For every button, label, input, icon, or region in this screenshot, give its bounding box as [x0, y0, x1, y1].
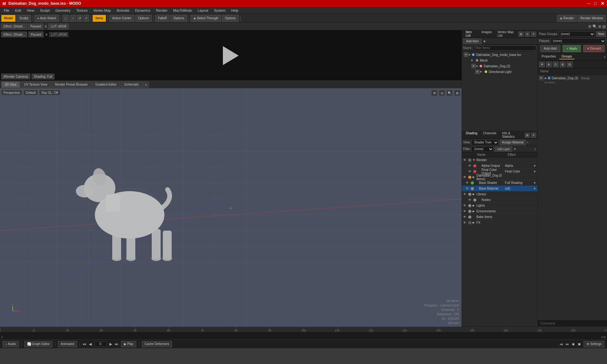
grid-icon[interactable]: ⊞: [454, 90, 460, 96]
frame-input[interactable]: [94, 341, 107, 347]
eye-render[interactable]: 👁: [463, 158, 468, 162]
menu-texture[interactable]: Texture: [74, 8, 90, 13]
apply-button[interactable]: ✓ Apply: [563, 45, 581, 52]
groups-add-btn[interactable]: +: [604, 55, 606, 59]
toolbar2-icon-3[interactable]: ⊞: [598, 24, 601, 29]
tab-groups[interactable]: Groups: [559, 54, 575, 59]
expand-icon-light[interactable]: ▶: [480, 70, 482, 73]
play-button[interactable]: ▶ Play: [121, 341, 136, 347]
paused-button[interactable]: Paused: [28, 24, 43, 29]
tab-3dview[interactable]: 3D View: [1, 82, 20, 88]
tab-vertex-map[interactable]: Vertex Map List: [495, 30, 518, 39]
select-through-button[interactable]: ◉ Select Through: [191, 15, 221, 22]
shader-row-base-material[interactable]: 👁 Base Material (all) ▼: [462, 186, 537, 191]
shader-row-environments[interactable]: 👁 ▶ Environments: [462, 209, 537, 214]
toolbar2-icon-2[interactable]: 🔍: [592, 24, 597, 29]
eye-lights[interactable]: 👁: [463, 204, 468, 207]
groups-icon-2[interactable]: ⊕: [546, 62, 552, 67]
menu-sculpt[interactable]: Sculpt: [37, 8, 52, 13]
render-camera-btn[interactable]: (Render Camera): [1, 74, 30, 79]
tab-shading[interactable]: Shading: [463, 131, 480, 140]
eye-icon-1[interactable]: 👁: [464, 52, 468, 57]
shader-row-render[interactable]: 👁 ▼ Render: [462, 157, 537, 163]
new-pass-button[interactable]: New: [596, 31, 606, 37]
search-icon[interactable]: 🔍: [446, 90, 453, 96]
animated-button[interactable]: Animated: [58, 341, 77, 347]
sculpt-button[interactable]: Sculpt: [16, 15, 31, 22]
next-frame-btn[interactable]: ▶: [109, 342, 112, 346]
eye-dog[interactable]: 👁: [463, 175, 468, 179]
add-item-button[interactable]: Add Item: [463, 39, 481, 44]
expand-icon-mesh[interactable]: ▶: [471, 59, 473, 62]
expand-library[interactable]: ▶: [473, 193, 476, 196]
add-item-dropdown[interactable]: ▼: [483, 39, 486, 43]
model-button[interactable]: Model: [1, 15, 15, 22]
menu-help[interactable]: Help: [229, 8, 241, 13]
expand-env[interactable]: ▶: [473, 210, 476, 213]
shader-row-nodes[interactable]: 👁 Nodes: [462, 197, 537, 203]
shader-row-bake[interactable]: 👁 Bake Items: [462, 214, 537, 220]
expand-fx[interactable]: ▶: [473, 221, 476, 224]
render-window-button[interactable]: Render Window: [578, 15, 606, 22]
settings-button[interactable]: ⚙ Settings: [584, 341, 604, 347]
transform-btn-3[interactable]: ↺: [77, 15, 83, 22]
eye-base-shader[interactable]: 👁: [466, 181, 470, 185]
effect-ctrl[interactable]: Effect: (Shadi...: [1, 32, 27, 37]
shader-row-fx[interactable]: 👁 ▶ FX: [462, 220, 537, 226]
transform-btn-4[interactable]: ⤢: [83, 15, 89, 22]
minimize-button[interactable]: ─: [587, 1, 591, 6]
tree-row-dog-group[interactable]: 👁 ▶ Dalmatian_Dog (2): [470, 63, 537, 69]
filter-items-input[interactable]: [473, 46, 536, 51]
options-btn-2[interactable]: Options: [170, 15, 187, 22]
passes-select[interactable]: (none): [551, 38, 606, 44]
shader-tree-select[interactable]: Shader Tree: [471, 140, 499, 145]
timeline-bar[interactable]: 0 228: [0, 332, 607, 339]
options-btn-3[interactable]: Options: [222, 15, 238, 22]
group-expand[interactable]: ▶: [545, 77, 547, 80]
record-icon-2[interactable]: ⏭: [566, 342, 569, 346]
tab-schematic[interactable]: Schematic: [121, 82, 143, 88]
eye-library[interactable]: 👁: [463, 192, 468, 196]
menu-vertex-map[interactable]: Vertex Map: [91, 8, 113, 13]
discard-button[interactable]: ✕ Discard: [583, 45, 604, 52]
menu-maxtomodo[interactable]: MaxToModo: [171, 8, 195, 13]
add-tab-button[interactable]: +: [143, 82, 149, 88]
menu-animate[interactable]: Animate: [114, 8, 132, 13]
menu-system[interactable]: System: [212, 8, 228, 13]
tab-properties[interactable]: Properties: [539, 54, 559, 59]
items-button[interactable]: Items: [93, 15, 106, 22]
close-button[interactable]: ✕: [601, 1, 604, 6]
cache-deformers-button[interactable]: Cache Deformers: [142, 341, 172, 347]
expand-render[interactable]: ▼: [473, 159, 476, 161]
groups-icon-4[interactable]: ⊞: [560, 62, 566, 67]
prev-key-btn[interactable]: ⏮: [83, 342, 86, 346]
record-icon-4[interactable]: ⏹: [578, 342, 581, 346]
toolbar2-icon-4[interactable]: ▤: [602, 24, 606, 29]
eye-nodes[interactable]: 👁: [468, 198, 473, 202]
groups-icon-5[interactable]: ⊟: [567, 62, 573, 67]
eye-fx[interactable]: 👁: [463, 221, 468, 224]
group-row-dalmatian[interactable]: 👁 ▶ Dalmatian_Dog (3) Group: [539, 75, 606, 81]
shader-row-library[interactable]: 👁 ▶ Library: [462, 191, 537, 197]
snap-icon[interactable]: ◎: [439, 90, 445, 96]
shading-icon-1[interactable]: ⊞: [525, 133, 530, 138]
settings-icon[interactable]: ⚙: [431, 90, 438, 96]
paused-ctrl[interactable]: Paused: [28, 32, 44, 37]
expand-icon-dog[interactable]: ▶: [476, 65, 478, 67]
default-btn[interactable]: Default: [23, 90, 38, 95]
menu-render[interactable]: Render: [154, 8, 170, 13]
falloff-button[interactable]: Falloff: [155, 15, 169, 22]
render-button[interactable]: ◉ Render: [557, 15, 577, 22]
menu-layout[interactable]: Layout: [195, 8, 211, 13]
eye-env[interactable]: 👁: [463, 209, 468, 213]
graph-editor-button[interactable]: 📈 Graph Editor: [24, 341, 53, 347]
prev-frame-btn[interactable]: ◀: [89, 342, 92, 346]
auto-add-button[interactable]: Auto Add: [540, 45, 560, 52]
menu-file[interactable]: File: [1, 8, 12, 13]
shader-row-lights[interactable]: 👁 ▶ Lights: [462, 203, 537, 209]
eye-base-mat[interactable]: 👁: [466, 187, 470, 190]
tree-row-file[interactable]: 👁 ▶ Dalmatian_Dog_modo_base.lxo: [463, 52, 537, 58]
groups-eye-icon[interactable]: 👁: [539, 62, 545, 67]
next-key-btn[interactable]: ⏭: [115, 342, 119, 346]
eye-alpha[interactable]: 👁: [468, 164, 473, 167]
